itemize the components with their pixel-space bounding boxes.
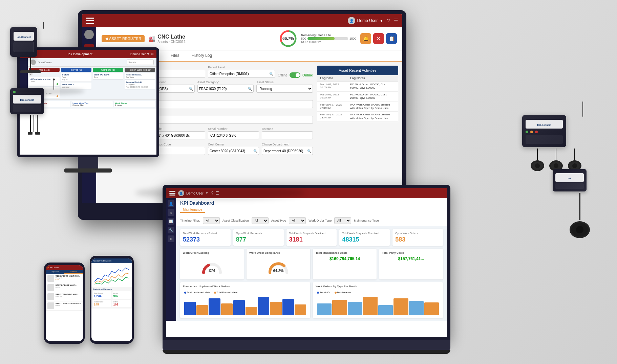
phone1-logo: ⚡ IoX-Connect — [47, 267, 59, 269]
iot-label-1: IoX-Connect — [14, 32, 34, 41]
help-icon[interactable]: ? — [387, 18, 390, 23]
planned-bar-chart — [183, 295, 307, 315]
stat-label-4: Open Work Orders — [395, 232, 440, 235]
input-cost-center[interactable] — [210, 149, 253, 153]
kpi-help-icon[interactable]: ? — [211, 191, 214, 196]
filter-maintenancetype-label: Maintenance Type — [354, 219, 379, 222]
filter-asset-type[interactable]: All — [252, 217, 269, 224]
kpi-sidebar-chart[interactable]: 📊 — [168, 218, 174, 225]
menu-icon[interactable]: ☰ — [394, 18, 398, 23]
tab-history-log[interactable]: History Log — [185, 50, 218, 62]
bar-8 — [270, 302, 281, 315]
asset-breadcrumb: Assets › CNC0011 — [157, 40, 186, 44]
ct-clamp-large — [570, 221, 590, 238]
kpi-hamburger[interactable] — [169, 191, 175, 196]
legend-repair: Repair Or... — [317, 291, 332, 294]
phone2-stats-title: Statistics Of Assets — [93, 288, 131, 290]
phone2-topbar: Hospitality % Breakdown — [91, 258, 132, 263]
user-dropdown-icon[interactable]: ▼ — [380, 19, 383, 23]
maintenance-costs-value: $169,794,765.14 — [316, 256, 374, 261]
kanban-card-inproc-0: Failure Task Pag. 00 — [61, 73, 91, 82]
iot-label-3: IoX-Connect — [526, 120, 563, 129]
stat-label-3: Total Work Requests Received — [342, 232, 387, 235]
stat-value-3: 48315 — [342, 236, 387, 243]
iot-long-cable — [579, 193, 580, 220]
stat-value-0: 52373 — [183, 236, 228, 243]
input-charge-dept[interactable] — [263, 149, 307, 153]
bar-5 — [233, 300, 245, 315]
type-month-title: Work Orders By Type Per Month — [316, 285, 440, 288]
charge-dept-search-icon[interactable]: 🔍 — [307, 149, 311, 153]
phone2-frame: Hospitality % Breakdown Statistics Of As… — [90, 256, 134, 344]
cost-center-search-icon[interactable]: 🔍 — [253, 149, 257, 153]
activity-date-3: February 27, 2022 07:18:32 — [320, 103, 350, 110]
category-search-icon[interactable]: 🔍 — [248, 87, 252, 91]
action-btn-2[interactable]: ✕ — [373, 33, 384, 44]
input-serial[interactable] — [208, 131, 259, 139]
status-toggle-switch[interactable] — [290, 72, 300, 78]
phone1-item-2: WEEKLY BLOOMING HVAC... HVAC Unit — [46, 292, 83, 301]
phone1-screen: ⚡ IoX-Connect Unplanned Planned WEEKLY E… — [46, 265, 83, 341]
input-barcode[interactable] — [262, 131, 313, 139]
kpi-tab-maintenance[interactable]: Maintenance — [180, 207, 205, 213]
activity-row-4: February 21, 2022 13:44:49 WO: Work Orde… — [317, 112, 398, 122]
iot-cables-2 — [10, 115, 58, 132]
kpi-menu-icon[interactable]: ☰ — [215, 191, 219, 196]
action-btn-1[interactable]: 🔔 — [360, 33, 371, 44]
bar-6 — [246, 307, 257, 315]
input-model[interactable] — [154, 131, 205, 139]
phone1-item-0: WEEKLY EQUIP MAINT INSP... Phasep Re... … — [46, 274, 83, 283]
kpi-sidebar-wrench[interactable]: 🔧 — [168, 227, 174, 233]
iot-antenna-1 — [43, 22, 44, 29]
iot-antenna-tip-2 — [53, 78, 55, 81]
field-charge-dept: Charge Department 🔍 — [262, 143, 313, 155]
kpi-sidebar-settings[interactable]: ⚙ — [168, 235, 174, 242]
filter-work-order-type[interactable]: All — [289, 217, 306, 224]
phone2-stats: Statistics Of Assets Total Assets 1,234 … — [91, 287, 132, 309]
hamburger-button[interactable] — [86, 18, 94, 24]
asset-title-area: CNC Lathe Assets › CNC0011 — [157, 34, 186, 44]
field-asset-status: Asset Status Running Stopped Maintenance — [256, 81, 313, 93]
kpi-sidebar-home[interactable]: ⌂ — [168, 209, 174, 216]
iot-device4-box: IoX — [553, 169, 587, 191]
iot-label-4: IoX — [555, 173, 584, 182]
input-parent-asset[interactable] — [210, 72, 269, 76]
kanban-search-input[interactable] — [127, 60, 154, 65]
label-serial: Serial Number — [208, 127, 259, 131]
parent-asset-search-icon[interactable]: 🔍 — [269, 72, 273, 76]
input-category[interactable] — [199, 87, 248, 91]
label-unspc: Unspc Code — [154, 143, 205, 146]
kanban-col-inproc: In Proc (8) Failure Task Pag. 00 Work It… — [61, 68, 91, 98]
type-bar-8 — [424, 302, 439, 315]
phone1-tab-planned[interactable]: Planned — [64, 270, 83, 274]
field-unspc: Unspc Code — [154, 143, 205, 155]
status-dot-open-0 — [57, 83, 58, 85]
chart-backlog-title: Work Order Backlog — [183, 251, 241, 254]
action-btn-3[interactable]: 📋 — [386, 33, 397, 44]
rul-info: Remaining Useful Life 500 1500 RUL: 1000… — [301, 33, 356, 44]
filter-maintenance-type[interactable]: All — [334, 217, 351, 224]
input-parent-asset-wrapper: 🔍 — [208, 70, 275, 78]
stat-label-2: Total Work Requests Declined — [289, 232, 334, 235]
filter-timeline-label: Timeline Filter: — [180, 219, 200, 222]
chart-planned-unplanned: Planned vs. Unplanned Work Orders Total … — [180, 282, 310, 318]
tab-files[interactable]: Files — [165, 50, 185, 62]
phone2-title: Hospitality % Breakdown — [93, 260, 111, 262]
type-bar-5 — [378, 305, 393, 315]
chart-by-type-month: Work Orders By Type Per Month Repair Or.… — [313, 282, 443, 318]
iot-sensor-body-2: IoX-Connect — [10, 88, 44, 114]
iot-label-text-1: IoX-Connect — [17, 36, 30, 38]
phone1-tab-unplanned[interactable]: Unplanned — [46, 270, 64, 274]
kanban-stat-3: Work Status 3 Items — [114, 101, 155, 107]
bar-4 — [221, 303, 233, 315]
select-asset-status[interactable]: Running Stopped Maintenance — [256, 85, 313, 93]
bar-2 — [196, 305, 208, 315]
kpi-sidebar: 👤 ⌂ 📊 🔧 ⚙ — [166, 198, 176, 321]
field-model: Model — [154, 127, 205, 139]
kanban-card-inproc-1: Work Item B Assigned — [61, 83, 91, 89]
back-button[interactable]: ◀ ASSET REGISTER — [102, 35, 145, 42]
classification-search-icon[interactable]: 🔍 — [189, 87, 193, 91]
filter-classification[interactable]: All — [203, 217, 220, 224]
kanban-settings-icon[interactable]: ⚙ — [151, 52, 154, 56]
input-unspc[interactable] — [154, 147, 205, 155]
